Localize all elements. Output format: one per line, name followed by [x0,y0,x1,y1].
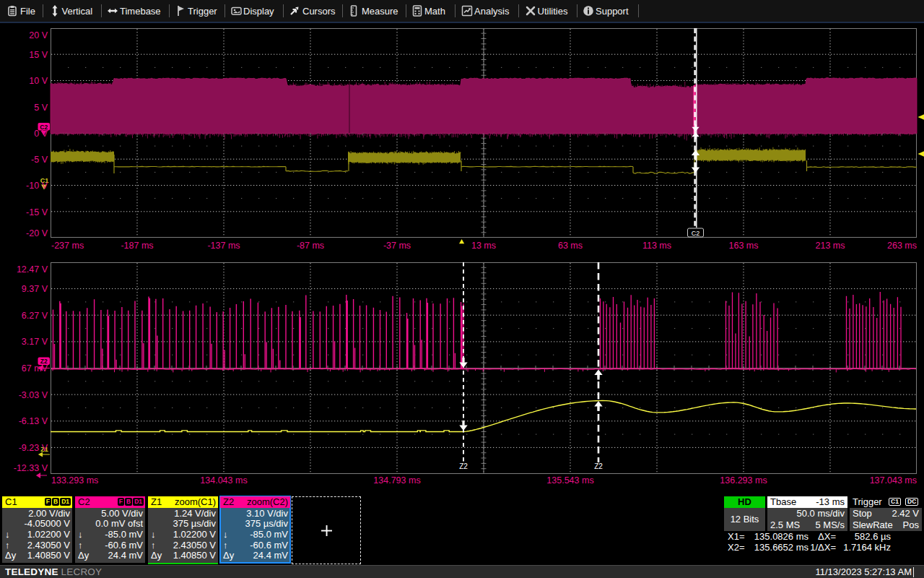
svg-text:10 V: 10 V [29,76,48,86]
svg-text:3.17 V: 3.17 V [22,337,48,347]
svg-text:133.293 ms: 133.293 ms [51,475,98,486]
svg-text:135.543 ms: 135.543 ms [546,475,593,486]
svg-text:C2: C2 [692,230,700,237]
svg-text:-3.03 V: -3.03 V [19,390,48,400]
svg-text:6.27 V: 6.27 V [22,311,48,321]
svg-text:-137 ms: -137 ms [207,241,240,251]
svg-text:-9.23 V: -9.23 V [19,443,48,453]
svg-text:13 ms: 13 ms [471,241,496,251]
svg-text:-20 V: -20 V [26,228,48,238]
svg-text:-15 V: -15 V [26,207,48,217]
svg-text:63 ms: 63 ms [558,241,583,251]
svg-text:5 V: 5 V [34,103,48,113]
svg-text:Z2: Z2 [594,462,603,470]
svg-text:15 V: 15 V [29,50,48,60]
svg-text:137.043 ms: 137.043 ms [870,475,917,486]
svg-text:134.793 ms: 134.793 ms [373,475,420,486]
svg-text:-187 ms: -187 ms [121,241,153,251]
svg-text:67 mV: 67 mV [22,363,48,374]
svg-text:-5 V: -5 V [31,155,48,165]
svg-text:213 ms: 213 ms [816,241,845,251]
svg-text:113 ms: 113 ms [642,241,671,251]
svg-text:134.043 ms: 134.043 ms [200,475,247,486]
svg-text:-37 ms: -37 ms [383,241,411,251]
svg-text:-10 V: -10 V [26,181,48,191]
svg-text:163 ms: 163 ms [729,241,759,251]
svg-text:-237 ms: -237 ms [51,241,84,251]
svg-text:-87 ms: -87 ms [297,241,324,251]
svg-text:-12.33 V: -12.33 V [14,463,48,473]
svg-text:Z2: Z2 [459,462,468,470]
svg-text:-6.13 V: -6.13 V [19,416,48,426]
svg-text:12.47 V: 12.47 V [17,264,48,275]
svg-text:9.37 V: 9.37 V [22,284,48,294]
svg-text:20 V: 20 V [29,30,48,40]
svg-text:0 V: 0 V [34,129,48,139]
svg-text:263 ms: 263 ms [887,241,917,251]
svg-text:136.293 ms: 136.293 ms [720,475,767,486]
